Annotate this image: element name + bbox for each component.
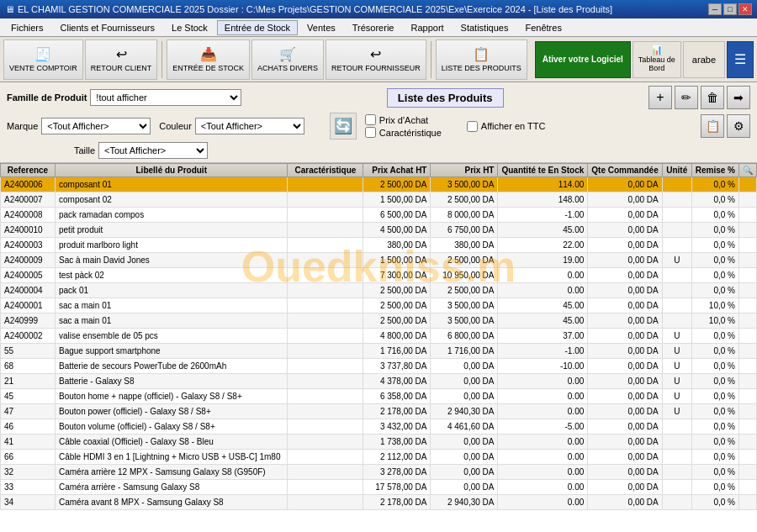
couleur-select[interactable]: <Tout Afficher> (195, 118, 304, 134)
edit-button[interactable]: ✏ (675, 86, 698, 109)
menu-item-rapport[interactable]: Rapport (403, 20, 451, 35)
cell-action[interactable] (739, 480, 757, 495)
cell-prix-achat-ht: 1 500,00 DA (363, 192, 431, 208)
arabic-button[interactable]: arabe (683, 41, 725, 78)
menu-item-fichiers[interactable]: Fichiers (3, 20, 51, 35)
add-button[interactable]: + (648, 86, 672, 109)
cell-action[interactable] (739, 192, 757, 208)
menu-item-stock[interactable]: Le Stock (164, 20, 215, 35)
table-row[interactable]: 33 Caméra arrière - Samsung Galaxy S8 17… (1, 480, 757, 495)
table-row[interactable]: A2400001 sac a main 01 2 500,00 DA 3 500… (1, 298, 757, 313)
delete-button[interactable]: 🗑 (701, 86, 724, 109)
table-row[interactable]: A2400009 Sac à main David Jones 1 500,00… (1, 253, 757, 268)
table-row[interactable]: 34 Caméra avant 8 MPX - Samsung Galaxy S… (1, 495, 757, 510)
copy-button[interactable]: 📋 (701, 114, 724, 138)
table-row[interactable]: 32 Caméra arrière 12 MPX - Samsung Galax… (1, 465, 757, 480)
cell-prix-ht: 0,00 DA (431, 359, 498, 374)
menu-item-statistiques[interactable]: Statistiques (453, 20, 516, 35)
maximize-button[interactable]: □ (723, 3, 737, 15)
toolbar-btn-vente-comptoir[interactable]: 🧾VENTE COMPTOIR (3, 40, 83, 80)
cell-action[interactable] (739, 495, 757, 510)
cell-action[interactable] (739, 329, 757, 344)
cell-stock: 45.00 (498, 298, 588, 313)
cell-action[interactable] (739, 238, 757, 253)
cell-unite (662, 480, 691, 495)
cell-action[interactable] (739, 177, 757, 192)
table-row[interactable]: 45 Bouton home + nappe (officiel) - Gala… (1, 389, 757, 404)
taille-select[interactable]: <Tout Afficher> (98, 142, 208, 159)
cell-action[interactable] (739, 313, 757, 329)
activate-logiciel-button[interactable]: Ativer votre Logiciel (535, 41, 631, 78)
toolbar-btn-retour-fournisseur[interactable]: ↩RETOUR FOURNISSEUR (326, 40, 426, 80)
table-row[interactable]: A2400008 pack ramadan compos 6 500,00 DA… (1, 208, 757, 223)
hamburger-menu-button[interactable]: ☰ (727, 41, 754, 78)
cell-action[interactable] (739, 419, 757, 435)
cell-ref: 21 (1, 374, 56, 389)
cell-action[interactable] (739, 404, 757, 419)
cell-libelle: produit marlboro light (56, 238, 288, 253)
settings-button[interactable]: ⚙ (727, 114, 750, 138)
table-row[interactable]: A2400002 valise ensemble de 05 pcs 4 800… (1, 329, 757, 344)
table-row[interactable]: A2400006 composant 01 2 500,00 DA 3 500,… (1, 177, 757, 192)
cell-prix-achat-ht: 4 378,00 DA (363, 374, 431, 389)
table-row[interactable]: A2400004 pack 01 2 500,00 DA 2 500,00 DA… (1, 283, 757, 298)
cell-prix-achat-ht: 6 500,00 DA (363, 208, 431, 223)
cell-libelle: sac a main 01 (56, 313, 288, 329)
refresh-button[interactable]: 🔄 (330, 113, 357, 140)
exit-button[interactable]: ➡ (727, 86, 750, 109)
table-row[interactable]: 21 Batterie - Galaxy S8 4 378,00 DA 0,00… (1, 374, 757, 389)
prix-achat-checkbox[interactable] (365, 114, 376, 125)
menu-item-tresorerie[interactable]: Trésorerie (345, 20, 402, 35)
cell-action[interactable] (739, 389, 757, 404)
toolbar-btn-liste-produits[interactable]: 📋LISTE DES PRODUITS (436, 40, 527, 80)
table-row[interactable]: 55 Bague support smartphone 1 716,00 DA … (1, 344, 757, 359)
table-row[interactable]: A2400007 composant 02 1 500,00 DA 2 500,… (1, 192, 757, 208)
cell-action[interactable] (739, 283, 757, 298)
menu-item-fenetres[interactable]: Fenêtres (517, 20, 569, 35)
cell-stock: 0.00 (498, 495, 588, 510)
toolbar-btn-entree-stock[interactable]: 📥ENTRÉE DE STOCK (167, 40, 250, 80)
table-row[interactable]: 46 Bouton volume (officiel) - Galaxy S8 … (1, 419, 757, 435)
cell-action[interactable] (739, 344, 757, 359)
toolbar-btn-achats-divers[interactable]: 🛒ACHATS DIVERS (251, 40, 324, 80)
cell-qte-commandee: 0,00 DA (588, 450, 662, 465)
menu-item-ventes[interactable]: Ventes (299, 20, 343, 35)
caracteristique-checkbox[interactable] (365, 127, 376, 138)
cell-remise: 0,0 % (691, 404, 738, 419)
cell-prix-ht: 2 940,30 DA (431, 495, 498, 510)
table-row[interactable]: A2400010 petit produit 4 500,00 DA 6 750… (1, 223, 757, 238)
table-row[interactable]: A2400005 test pàck 02 7 300,00 DA 10 950… (1, 268, 757, 283)
cell-action[interactable] (739, 450, 757, 465)
cell-action[interactable] (739, 253, 757, 268)
table-row[interactable]: 66 Câble HDMI 3 en 1 [Lightning + Micro … (1, 450, 757, 465)
cell-action[interactable] (739, 298, 757, 313)
cell-unite (662, 268, 691, 283)
menu-item-clients[interactable]: Clients et Fournisseurs (53, 20, 163, 35)
cell-action[interactable] (739, 435, 757, 450)
toolbar-divider (431, 41, 431, 78)
cell-action[interactable] (739, 359, 757, 374)
afficher-ttc-checkbox[interactable] (467, 121, 478, 132)
table-row[interactable]: 68 Batterie de secours PowerTube de 2600… (1, 359, 757, 374)
cell-action[interactable] (739, 465, 757, 480)
minimize-button[interactable]: ─ (708, 3, 722, 15)
table-row[interactable]: A240999 sac a main 01 2 500,00 DA 3 500,… (1, 313, 757, 329)
menu-item-entree[interactable]: Entrée de Stock (217, 20, 298, 35)
table-row[interactable]: 47 Bouton power (officiel) - Galaxy S8 /… (1, 404, 757, 419)
toolbar-label-liste-produits: LISTE DES PRODUITS (442, 64, 521, 72)
famille-select[interactable]: !tout afficher (90, 89, 241, 106)
cell-prix-ht: 0,00 DA (431, 480, 498, 495)
table-row[interactable]: A2400003 produit marlboro light 380,00 D… (1, 238, 757, 253)
cell-action[interactable] (739, 268, 757, 283)
marque-select[interactable]: <Tout Afficher> (41, 118, 151, 134)
close-button[interactable]: ✕ (738, 3, 752, 15)
cell-unite (662, 313, 691, 329)
cell-action[interactable] (739, 374, 757, 389)
dashboard-button[interactable]: 📊Tableau deBord (633, 41, 681, 78)
table-row[interactable]: 41 Câble coaxial (Officiel) - Galaxy S8 … (1, 435, 757, 450)
cell-action[interactable] (739, 223, 757, 238)
toolbar-btn-retour-client[interactable]: ↩RETOUR CLIENT (85, 40, 157, 80)
cell-libelle: composant 01 (56, 177, 288, 192)
col-prix-achat-ht: Prix Achat HT (363, 164, 431, 177)
cell-action[interactable] (739, 208, 757, 223)
